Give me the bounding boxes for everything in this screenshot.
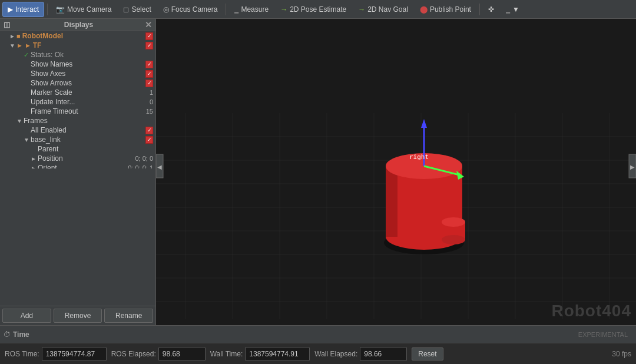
base-link-label: base_link — [31, 135, 145, 144]
dropdown-arrow-icon: ▼ — [512, 5, 519, 14]
pose-estimate-button[interactable]: → 2D Pose Estimate — [275, 2, 352, 17]
select-label: Select — [131, 5, 151, 14]
move-icon-button[interactable]: ✜ — [483, 2, 499, 17]
robot-model-checkbox[interactable] — [145, 32, 153, 40]
right-handle-group[interactable]: ▶ — [629, 154, 636, 178]
tf-icon2: ► — [25, 42, 31, 49]
show-arrows-checkbox[interactable] — [145, 80, 153, 87]
orient-bl-value: 0; 0; 0; 1 — [128, 164, 153, 168]
tree-item-tf[interactable]: ▼ ► ► TF — [0, 41, 155, 50]
frames-label: Frames — [24, 117, 153, 125]
expand-icon: ► — [9, 33, 16, 39]
move-camera-button[interactable]: 📷 Move Camera — [51, 2, 117, 17]
displays-icon: ◫ — [4, 21, 10, 29]
show-arrows-label: Show Arrows — [31, 79, 145, 87]
parent-bl-label: Parent — [38, 145, 151, 153]
tree-item-position-bl[interactable]: ► Position 0; 0; 0 — [0, 154, 155, 163]
pin-icon: ⬤ — [420, 5, 428, 14]
tree-item-update-inter[interactable]: Update Inter... 0 — [0, 97, 155, 107]
ros-time-input[interactable] — [42, 347, 107, 361]
displays-header: ◫ Displays ✕ — [0, 19, 155, 31]
measure-button[interactable]: ⎯ Measure — [229, 2, 274, 17]
all-enabled-label: All Enabled — [31, 126, 145, 134]
svg-text:right: right — [409, 153, 429, 161]
wall-time-input[interactable] — [245, 347, 310, 361]
interact-button[interactable]: ▶ Interact — [2, 2, 44, 17]
rename-button[interactable]: Rename — [104, 309, 153, 323]
position-bl-value: 0; 0; 0 — [135, 155, 153, 162]
measure-label: Measure — [241, 5, 269, 14]
ros-elapsed-group: ROS Elapsed: — [111, 347, 206, 361]
select-button[interactable]: ◻ Select — [118, 2, 156, 17]
left-handle-group[interactable]: ◀ — [156, 154, 163, 178]
marker-scale-value: 1 — [150, 89, 153, 96]
toolbar-separator-3 — [479, 4, 480, 15]
ros-elapsed-input[interactable] — [158, 347, 206, 361]
all-enabled-checkbox[interactable] — [145, 127, 153, 134]
clock-icon: ⏱ — [4, 330, 11, 339]
tree-item-orient-bl[interactable]: ► Orient... 0; 0; 0; 1 — [0, 163, 155, 168]
viewport[interactable]: right ◀ ▶ Robot404 — [156, 19, 636, 325]
marker-scale-label: Marker Scale — [31, 88, 147, 97]
displays-tree: ► ■ RobotModel ▼ ► ► TF ✓ Status: Ok — [0, 31, 155, 168]
tf-checkbox[interactable] — [145, 42, 153, 49]
base-link-checkbox[interactable] — [145, 136, 153, 144]
svg-point-27 — [442, 235, 465, 244]
update-inter-label: Update Inter... — [31, 98, 147, 106]
tree-item-frames[interactable]: ▼ Frames — [0, 116, 155, 125]
tree-item-all-enabled[interactable]: All Enabled — [0, 125, 155, 135]
show-axes-checkbox[interactable] — [145, 70, 153, 78]
tree-item-show-axes[interactable]: Show Axes — [0, 69, 155, 78]
tree-item-show-names[interactable]: Show Names — [0, 59, 155, 69]
move-camera-label: Move Camera — [67, 5, 111, 14]
nav-goal-button[interactable]: → 2D Nav Goal — [353, 2, 413, 17]
nav-goal-label: 2D Nav Goal — [367, 5, 408, 14]
focus-camera-button[interactable]: ◎ Focus Camera — [158, 2, 223, 17]
svg-point-26 — [442, 217, 465, 227]
svg-text:▶: ▶ — [630, 164, 635, 170]
show-axes-label: Show Axes — [31, 70, 145, 78]
frame-timeout-label: Frame Timeout — [31, 107, 144, 115]
ros-time-label: ROS Time: — [5, 350, 39, 358]
pose-estimate-label: 2D Pose Estimate — [290, 5, 346, 14]
tree-item-base-link[interactable]: ▼ base_link — [0, 135, 155, 144]
pose-icon: → — [280, 5, 287, 14]
tree-item-marker-scale[interactable]: Marker Scale 1 — [0, 88, 155, 97]
camera-icon: 📷 — [56, 5, 65, 14]
panel-close-button[interactable]: ✕ — [145, 21, 152, 29]
extra-button[interactable]: ⎯ ▼ — [501, 2, 525, 17]
watermark: Robot404 — [551, 302, 631, 320]
remove-button[interactable]: Remove — [54, 309, 102, 323]
panel-empty — [0, 168, 155, 306]
svg-rect-23 — [386, 166, 398, 237]
wall-elapsed-input[interactable] — [360, 347, 407, 361]
status-label: Status: Ok — [31, 51, 153, 59]
tree-item-frame-timeout[interactable]: Frame Timeout 15 — [0, 107, 155, 116]
wall-time-label: Wall Time: — [210, 350, 243, 358]
reset-button[interactable]: Reset — [412, 348, 443, 360]
left-panel: ◫ Displays ✕ ► ■ RobotModel ▼ ► ► TF — [0, 19, 156, 325]
toolbar-separator — [47, 4, 48, 15]
publish-point-label: Publish Point — [430, 5, 471, 14]
grid-canvas: right ◀ ▶ — [156, 19, 636, 325]
tf-label: TF — [33, 41, 145, 49]
tf-icon: ► — [16, 42, 23, 49]
publish-point-button[interactable]: ⬤ Publish Point — [415, 2, 476, 17]
displays-title: Displays — [64, 21, 93, 29]
move-icon: ✜ — [488, 5, 494, 14]
expand-base-link: ▼ — [24, 137, 31, 143]
svg-text:◀: ◀ — [157, 164, 162, 170]
toolbar-separator-2 — [226, 4, 226, 15]
minus-icon: ⎯ — [506, 5, 510, 14]
tree-item-robot-model[interactable]: ► ■ RobotModel — [0, 31, 155, 41]
update-inter-value: 0 — [150, 98, 153, 105]
show-names-checkbox[interactable] — [145, 61, 153, 68]
robot-model-label: RobotModel — [22, 32, 145, 40]
tree-item-show-arrows[interactable]: Show Arrows — [0, 78, 155, 88]
ros-elapsed-label: ROS Elapsed: — [111, 350, 156, 358]
select-icon: ◻ — [123, 5, 129, 14]
expand-icon-tf: ▼ — [9, 42, 16, 49]
focus-camera-label: Focus Camera — [171, 5, 218, 14]
cursor-icon: ▶ — [8, 5, 13, 14]
add-button[interactable]: Add — [2, 309, 51, 323]
